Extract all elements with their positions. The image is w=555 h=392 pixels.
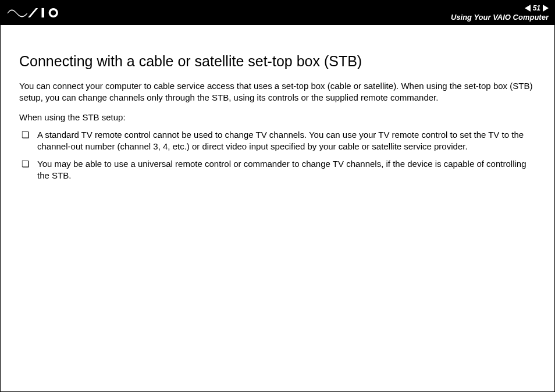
vaio-logo [8,8,65,18]
list-item-text: You may be able to use a universal remot… [37,158,536,182]
list-item-text: A standard TV remote control cannot be u… [37,129,536,153]
page-number: 51 [533,4,540,12]
page-title: Connecting with a cable or satellite set… [19,53,536,70]
svg-rect-0 [42,8,45,17]
header-bar: 51 Using Your VAIO Computer [1,1,554,25]
next-page-icon[interactable] [543,5,549,12]
intro-paragraph: You can connect your computer to cable s… [19,80,536,104]
list-item: ❏ A standard TV remote control cannot be… [19,129,536,153]
breadcrumb: Using Your VAIO Computer [451,13,549,22]
page-content: Connecting with a cable or satellite set… [1,25,554,182]
bullet-icon: ❏ [22,129,29,153]
bullet-icon: ❏ [22,158,29,182]
list-item: ❏ You may be able to use a universal rem… [19,158,536,182]
prev-page-icon[interactable] [525,5,531,12]
bullet-list: ❏ A standard TV remote control cannot be… [19,129,536,182]
lead-paragraph: When using the STB setup: [19,112,536,122]
nav-cluster: 51 Using Your VAIO Computer [451,4,549,22]
pager: 51 [525,4,549,12]
